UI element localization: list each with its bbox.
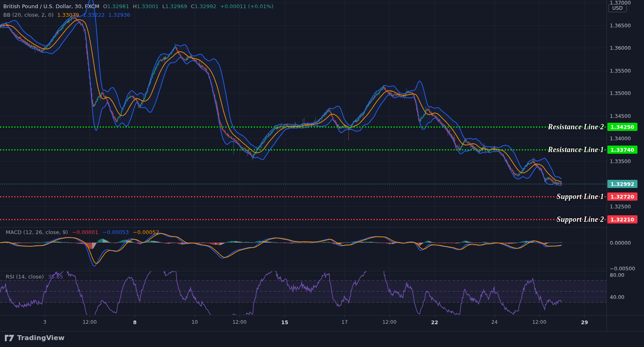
symbol-legend[interactable]: British Pound / U.S. Dollar, 30, FXCM O1… <box>3 3 273 9</box>
time-axis-label[interactable]: 12:00 <box>233 319 247 325</box>
time-axis-label[interactable]: 12:00 <box>382 319 397 325</box>
level-label-support-line-1[interactable]: Support Line 1 <box>556 192 604 201</box>
level-label-resistance-line-2[interactable]: Resistance Line 2 <box>548 123 604 131</box>
ohlc-open: O1.32981 <box>103 3 129 9</box>
time-axis-label[interactable]: 12:00 <box>83 319 97 325</box>
ohlc-low: L1.32969 <box>162 3 187 9</box>
price-axis-label: 1.35000 <box>610 90 631 96</box>
price-axis-label: 1.37000 <box>610 0 631 6</box>
price-axis-label: 1.32500 <box>610 203 631 210</box>
ohlc-high: H1.33001 <box>133 3 159 9</box>
support-1-badge[interactable]: 1.32720 <box>607 192 637 201</box>
price-change: +0.00011 (+0.01%) <box>220 3 273 9</box>
macd-axis-label: 0.00000 <box>610 240 631 246</box>
price-axis-label: 1.35500 <box>610 68 631 74</box>
chart-canvas[interactable] <box>0 0 607 331</box>
price-axis-label: 1.33500 <box>610 158 631 164</box>
bb-title[interactable]: BB (20, close, 2, 0) <box>3 12 53 18</box>
macd-hist-value: −0.00001 <box>72 229 99 235</box>
price-axis-border <box>607 0 607 331</box>
support-2-badge[interactable]: 1.32210 <box>607 215 637 223</box>
rsi-axis-label: 80.00 <box>610 272 624 278</box>
time-axis-label[interactable]: 22 <box>431 319 438 325</box>
time-axis-label[interactable]: 8 <box>133 319 137 325</box>
time-axis-label[interactable]: 17 <box>341 319 347 325</box>
rsi-legend[interactable]: RSI (14, close) 35.85 <box>6 274 63 280</box>
time-axis-label[interactable]: 15 <box>281 319 288 325</box>
macd-line-value: −0.00053 <box>103 229 129 235</box>
bb-upper-value: 1.33222 <box>83 12 105 18</box>
price-axis-label: 1.36500 <box>610 22 631 29</box>
price-axis-label: 1.34000 <box>610 135 631 141</box>
level-label-support-line-2[interactable]: Support Line 2 <box>556 215 604 224</box>
tradingview-chart-window: British Pound / U.S. Dollar, 30, FXCM O1… <box>0 0 644 347</box>
price-axis-label: 1.34500 <box>610 113 631 119</box>
pane-separator-rsi[interactable] <box>0 271 607 271</box>
bb-legend[interactable]: BB (20, close, 2, 0) 1.33079 1.33222 1.3… <box>3 12 130 18</box>
time-axis-label[interactable]: 12:00 <box>532 319 547 325</box>
symbol-title[interactable]: British Pound / U.S. Dollar, 30, FXCM <box>3 3 99 9</box>
pane-separator-macd[interactable] <box>0 227 607 228</box>
ohlc-close: C1.32992 <box>191 3 216 9</box>
time-axis-label[interactable]: 10 <box>191 319 198 325</box>
bb-basis-value: 1.33079 <box>57 12 79 18</box>
tradingview-logo-icon <box>5 334 14 342</box>
macd-title[interactable]: MACD (12, 26, close, 9) <box>6 229 68 235</box>
resistance-2-badge[interactable]: 1.34250 <box>607 123 637 131</box>
macd-signal-value: −0.00052 <box>133 229 159 235</box>
time-axis-label[interactable]: 29 <box>581 319 588 325</box>
macd-legend[interactable]: MACD (12, 26, close, 9) −0.00001 −0.0005… <box>6 229 159 235</box>
tradingview-logo[interactable]: TradingView <box>5 334 65 342</box>
price-axis-label: 1.36000 <box>610 45 631 51</box>
time-axis-border <box>0 315 644 316</box>
chart-bottom-border <box>0 331 644 332</box>
bb-lower-value: 1.32936 <box>108 12 130 18</box>
rsi-title[interactable]: RSI (14, close) <box>6 274 44 280</box>
rsi-axis-label: 40.00 <box>610 294 624 300</box>
time-axis-label[interactable]: 24 <box>491 319 497 325</box>
resistance-1-badge[interactable]: 1.33740 <box>607 146 637 154</box>
rsi-value: 35.85 <box>48 274 63 280</box>
tradingview-logo-text: TradingView <box>17 334 65 342</box>
macd-axis-label: −0.00500 <box>610 265 635 272</box>
current-price-badge[interactable]: 1.32992 <box>607 180 637 188</box>
time-axis-label[interactable]: 3 <box>43 319 46 325</box>
level-label-resistance-line-1[interactable]: Resistance Line 1 <box>548 146 604 154</box>
